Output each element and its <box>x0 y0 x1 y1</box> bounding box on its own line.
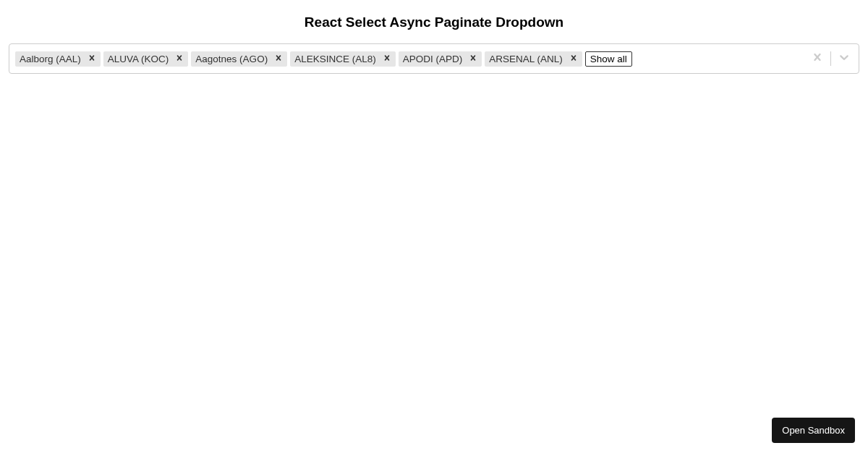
close-icon <box>174 53 184 65</box>
selected-tag: APODI (APD) <box>399 51 482 67</box>
close-icon <box>382 53 392 65</box>
close-icon <box>810 50 825 67</box>
remove-tag-button[interactable] <box>565 51 582 67</box>
chevron-down-icon <box>837 50 851 67</box>
selected-tag: ALEKSINCE (AL8) <box>290 51 396 67</box>
remove-tag-button[interactable] <box>270 51 287 67</box>
clear-all-button[interactable] <box>804 46 830 72</box>
close-icon <box>273 53 284 65</box>
selected-tag: Aagotnes (AGO) <box>191 51 287 67</box>
selected-tag: ALUVA (KOC) <box>103 51 189 67</box>
remove-tag-button[interactable] <box>83 51 101 67</box>
remove-tag-button[interactable] <box>378 51 396 67</box>
close-icon <box>468 53 478 65</box>
select-container: Aalborg (AAL) ALUVA (KOC) Aagotnes (AGO) <box>9 43 859 74</box>
selected-tag-label: Aalborg (AAL) <box>15 51 83 67</box>
value-container: Aalborg (AAL) ALUVA (KOC) Aagotnes (AGO) <box>11 48 804 69</box>
open-sandbox-button[interactable]: Open Sandbox <box>772 418 855 443</box>
page-title: React Select Async Paginate Dropdown <box>0 0 868 43</box>
dropdown-toggle[interactable] <box>831 46 857 72</box>
show-all-button[interactable]: Show all <box>585 51 632 67</box>
selected-tag-label: APODI (APD) <box>399 51 465 67</box>
select-indicators <box>804 46 857 72</box>
selected-tag: ARSENAL (ANL) <box>485 51 582 67</box>
close-icon <box>569 53 579 65</box>
selected-tag-label: Aagotnes (AGO) <box>191 51 270 67</box>
close-icon <box>87 53 97 65</box>
remove-tag-button[interactable] <box>464 51 482 67</box>
selected-tag-label: ARSENAL (ANL) <box>485 51 565 67</box>
remove-tag-button[interactable] <box>171 51 188 67</box>
select-control[interactable]: Aalborg (AAL) ALUVA (KOC) Aagotnes (AGO) <box>9 43 859 74</box>
selected-tag-label: ALUVA (KOC) <box>103 51 171 67</box>
selected-tag-label: ALEKSINCE (AL8) <box>290 51 378 67</box>
selected-tag: Aalborg (AAL) <box>15 51 101 67</box>
